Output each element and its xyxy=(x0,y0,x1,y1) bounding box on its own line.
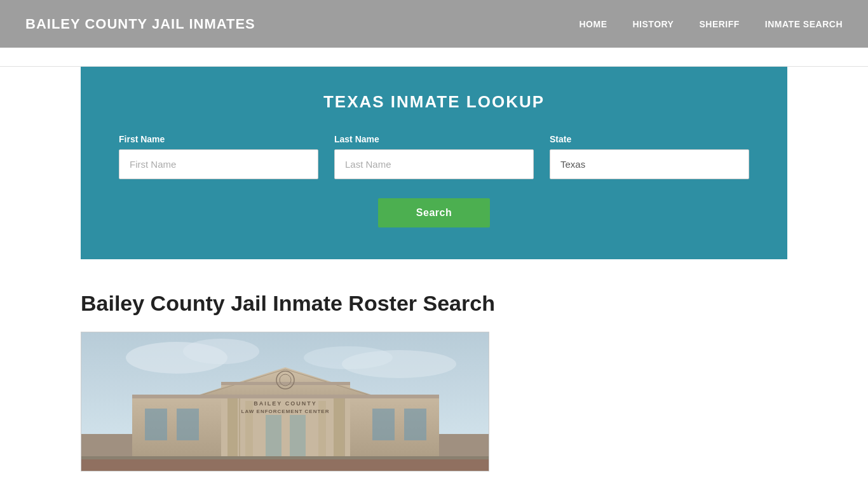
first-name-input[interactable] xyxy=(119,149,318,179)
state-group: State xyxy=(550,134,749,179)
main-nav: HOME HISTORY SHERIFF INMATE SEARCH xyxy=(580,19,843,29)
nav-home[interactable]: HOME xyxy=(580,19,607,29)
svg-rect-10 xyxy=(132,395,439,398)
svg-rect-29 xyxy=(81,456,489,459)
svg-rect-24 xyxy=(266,415,281,459)
first-name-group: First Name xyxy=(119,134,318,179)
nav-sheriff[interactable]: SHERIFF xyxy=(699,19,739,29)
svg-rect-21 xyxy=(177,409,199,440)
svg-point-4 xyxy=(304,346,393,369)
svg-rect-11 xyxy=(221,382,350,385)
svg-rect-28 xyxy=(81,459,489,471)
first-name-label: First Name xyxy=(119,134,318,144)
site-header: BAILEY COUNTY JAIL INMATES HOME HISTORY … xyxy=(0,0,868,48)
svg-point-2 xyxy=(183,339,259,364)
search-section: TEXAS INMATE LOOKUP First Name Last Name… xyxy=(81,67,787,259)
svg-rect-20 xyxy=(145,409,167,440)
svg-rect-25 xyxy=(290,415,306,459)
state-input[interactable] xyxy=(550,149,749,179)
building-svg: BAILEY COUNTY LAW ENFORCEMENT CENTER xyxy=(81,332,489,471)
main-content: Bailey County Jail Inmate Roster Search xyxy=(0,259,868,471)
building-image: BAILEY COUNTY LAW ENFORCEMENT CENTER xyxy=(81,332,489,471)
svg-rect-23 xyxy=(404,409,426,440)
sub-header xyxy=(0,48,868,67)
roster-title: Bailey County Jail Inmate Roster Search xyxy=(81,291,787,316)
search-title: TEXAS INMATE LOOKUP xyxy=(119,92,749,112)
state-label: State xyxy=(550,134,749,144)
nav-history[interactable]: HISTORY xyxy=(633,19,674,29)
form-row: First Name Last Name State xyxy=(119,134,749,179)
search-button[interactable]: Search xyxy=(378,198,490,227)
site-title: BAILEY COUNTY JAIL INMATES xyxy=(25,16,255,32)
last-name-label: Last Name xyxy=(334,134,534,144)
svg-rect-22 xyxy=(372,409,395,440)
last-name-input[interactable] xyxy=(334,149,534,179)
svg-text:LAW ENFORCEMENT CENTER: LAW ENFORCEMENT CENTER xyxy=(241,409,330,414)
svg-text:BAILEY COUNTY: BAILEY COUNTY xyxy=(254,400,316,407)
search-button-row: Search xyxy=(119,198,749,227)
last-name-group: Last Name xyxy=(334,134,534,179)
nav-inmate-search[interactable]: INMATE SEARCH xyxy=(765,19,843,29)
